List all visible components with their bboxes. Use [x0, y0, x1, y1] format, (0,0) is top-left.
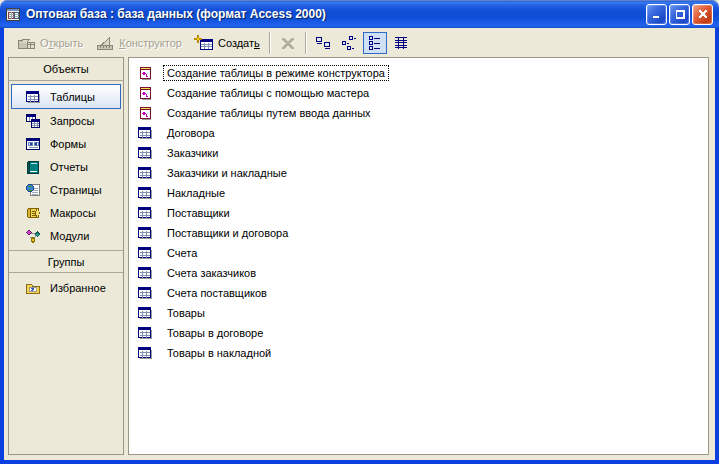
open-button-label: Открыть [40, 37, 83, 49]
sidebar-item-label: Отчеты [50, 161, 88, 173]
new-table-wizard-icon [137, 85, 153, 101]
design-button[interactable]: Конструктор [89, 31, 188, 55]
list-item-label: Товары [163, 305, 209, 321]
tables-list-panel: Создание таблицы в режиме конструктора С… [128, 57, 709, 455]
list-item-label: Счета [163, 245, 201, 261]
list-item-table[interactable]: Товары в накладной [136, 343, 704, 363]
list-item-label: Создание таблицы с помощью мастера [163, 85, 373, 101]
close-button[interactable] [692, 4, 713, 25]
sidebar-item-label: Таблицы [50, 91, 95, 103]
new-object-icon [194, 35, 214, 51]
db-window-icon [5, 6, 21, 22]
table-icon [137, 125, 153, 141]
table-icon [137, 265, 153, 281]
access-database-window: Оптовая база : база данных (формат Acces… [0, 0, 719, 464]
list-item-table[interactable]: Товары [136, 303, 704, 323]
sidebar-item-modules[interactable]: Модули [11, 224, 121, 247]
create-button[interactable]: Создать [188, 31, 266, 55]
sidebar-item-macros[interactable]: Макросы [11, 201, 121, 224]
objects-header: Объекты [9, 58, 123, 81]
table-icon [137, 205, 153, 221]
table-icon [25, 89, 41, 105]
table-icon [137, 225, 153, 241]
caption-buttons [646, 4, 713, 25]
sidebar-item-queries[interactable]: Запросы [11, 109, 121, 132]
sidebar-item-pages[interactable]: Страницы [11, 178, 121, 201]
view-list-button[interactable] [363, 32, 387, 54]
list-item-label: Счета заказчиков [163, 265, 260, 281]
sidebar-item-label: Страницы [50, 184, 102, 196]
list-item-label: Товары в накладной [163, 345, 275, 361]
sidebar-item-reports[interactable]: Отчеты [11, 155, 121, 178]
large-icons-icon [315, 35, 331, 51]
table-icon [137, 245, 153, 261]
table-icon [137, 345, 153, 361]
list-item-table[interactable]: Договора [136, 123, 704, 143]
reports-icon [25, 159, 41, 175]
view-details-button[interactable] [389, 32, 413, 54]
design-view-icon [95, 35, 115, 51]
view-large-icons-button[interactable] [311, 32, 335, 54]
sidebar-item-favorites[interactable]: Избранное [11, 276, 121, 299]
modules-icon [25, 228, 41, 244]
open-table-icon [16, 35, 36, 51]
sidebar-item-tables[interactable]: Таблицы [11, 84, 121, 109]
toolbar-separator [305, 32, 307, 54]
close-icon [697, 8, 709, 20]
list-item-label: Создание таблицы путем ввода данных [163, 105, 375, 121]
list-item-table[interactable]: Товары в договоре [136, 323, 704, 343]
table-icon [137, 285, 153, 301]
toolbar: Открыть Конструктор Создать [4, 28, 715, 57]
list-item-table[interactable]: Заказчики [136, 143, 704, 163]
list-item-label: Поставщики [163, 205, 234, 221]
sidebar-item-label: Макросы [50, 207, 96, 219]
list-item-table[interactable]: Счета заказчиков [136, 263, 704, 283]
list-item-label: Товары в договоре [163, 325, 267, 341]
design-button-label: Конструктор [119, 37, 182, 49]
list-item-label: Счета поставщиков [163, 285, 271, 301]
open-button[interactable]: Открыть [10, 31, 89, 55]
list-item-new-wizard[interactable]: Создание таблицы с помощью мастера [136, 83, 704, 103]
list-item-table[interactable]: Счета поставщиков [136, 283, 704, 303]
new-table-wizard-icon [137, 105, 153, 121]
view-small-icons-button[interactable] [337, 32, 361, 54]
groups-list: Избранное [9, 273, 123, 299]
list-item-table[interactable]: Счета [136, 243, 704, 263]
table-icon [137, 145, 153, 161]
list-item-label: Заказчики и накладные [163, 165, 291, 181]
sidebar-item-forms[interactable]: Формы [11, 132, 121, 155]
queries-icon [25, 113, 41, 129]
table-icon [137, 165, 153, 181]
delete-button[interactable] [274, 31, 302, 55]
sidebar-item-label: Модули [50, 230, 89, 242]
table-icon [137, 185, 153, 201]
list-item-table[interactable]: Заказчики и накладные [136, 163, 704, 183]
list-item-label: Поставщики и договора [163, 225, 292, 241]
maximize-button[interactable] [669, 4, 690, 25]
minimize-button[interactable] [646, 4, 667, 25]
list-item-table[interactable]: Накладные [136, 183, 704, 203]
table-icon [137, 325, 153, 341]
objects-list: Таблицы Запросы Формы Отчеты [9, 81, 123, 247]
favorites-folder-icon [25, 280, 41, 296]
create-button-label: Создать [218, 37, 260, 49]
list-item-label: Заказчики [163, 145, 222, 161]
list-item-new-datasheet[interactable]: Создание таблицы путем ввода данных [136, 103, 704, 123]
toolbar-separator [269, 32, 271, 54]
list-view-icon [367, 35, 383, 51]
delete-x-icon [280, 35, 296, 51]
sidebar-item-label: Избранное [50, 282, 106, 294]
minimize-icon [651, 8, 663, 20]
maximize-icon [674, 8, 686, 20]
list-item-new-design[interactable]: Создание таблицы в режиме конструктора [136, 63, 704, 83]
groups-header: Группы [9, 250, 123, 273]
list-item-table[interactable]: Поставщики [136, 203, 704, 223]
list-item-label: Создание таблицы в режиме конструктора [163, 65, 389, 81]
sidebar-item-label: Запросы [50, 115, 94, 127]
pages-icon [25, 182, 41, 198]
objects-sidebar: Объекты Таблицы Запросы Формы [8, 57, 124, 455]
forms-icon [25, 136, 41, 152]
table-icon [137, 305, 153, 321]
list-item-table[interactable]: Поставщики и договора [136, 223, 704, 243]
new-table-wizard-icon [137, 65, 153, 81]
